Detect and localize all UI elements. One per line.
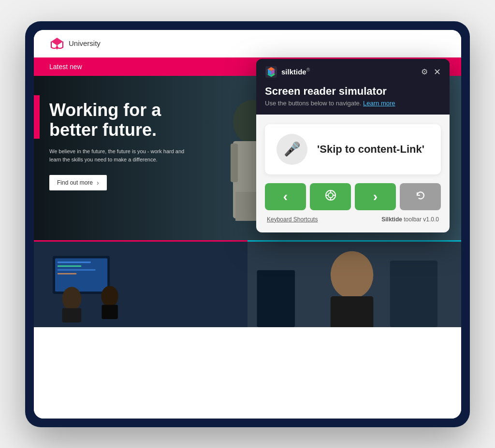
site-name-text: University bbox=[69, 39, 101, 47]
silktide-logo-icon bbox=[265, 66, 277, 78]
panel-title: Screen reader simulator bbox=[265, 85, 441, 98]
svg-point-25 bbox=[331, 251, 374, 298]
svg-rect-17 bbox=[62, 308, 81, 322]
svg-rect-20 bbox=[58, 261, 91, 263]
svg-point-37 bbox=[328, 193, 333, 198]
skip-content-text: 'Skip to content-Link' bbox=[317, 143, 424, 156]
strip-right-image bbox=[248, 240, 461, 327]
panel-brand: silktide® bbox=[265, 66, 310, 78]
toolbar-version-text: Silktide toolbar v1.0.0 bbox=[381, 216, 439, 223]
prev-button[interactable]: ‹ bbox=[265, 183, 306, 210]
hero-title-line2: better future. bbox=[49, 120, 214, 140]
panel-footer: Keyboard Shortcuts Silktide toolbar v1.0… bbox=[265, 216, 441, 223]
panel-controls: ⚙ ✕ bbox=[421, 67, 441, 77]
nav-buttons: ‹ bbox=[265, 183, 441, 210]
hero-title: Working for a better future. bbox=[49, 100, 214, 140]
next-arrow-icon: › bbox=[373, 190, 378, 203]
skip-display: 🎤 'Skip to content-Link' bbox=[265, 124, 441, 174]
prev-arrow-icon: ‹ bbox=[283, 190, 288, 203]
device-frame: University Latest new bbox=[25, 21, 470, 427]
microphone-icon: 🎤 bbox=[284, 141, 301, 157]
hero-title-line1: Working for a bbox=[49, 100, 214, 120]
svg-point-16 bbox=[62, 287, 81, 310]
panel-content: 🎤 'Skip to content-Link' ‹ bbox=[256, 115, 450, 232]
silktide-panel: silktide® ⚙ ✕ Screen reader simulator Us… bbox=[256, 59, 450, 232]
svg-rect-26 bbox=[331, 296, 374, 327]
target-icon bbox=[325, 189, 336, 204]
hero-btn-arrow: › bbox=[97, 179, 99, 187]
panel-title-area: Screen reader simulator Use the buttons … bbox=[256, 83, 450, 115]
settings-icon[interactable]: ⚙ bbox=[421, 67, 428, 76]
strip-left-svg bbox=[34, 242, 248, 327]
panel-subtitle: Use the buttons below to navigate. Learn… bbox=[265, 100, 441, 107]
image-strip bbox=[34, 240, 461, 327]
hero-subtitle: We believe in the future, the future is … bbox=[49, 147, 185, 163]
site-nav: University bbox=[34, 30, 461, 58]
svg-rect-28 bbox=[257, 270, 295, 327]
svg-rect-21 bbox=[58, 265, 81, 267]
close-icon[interactable]: ✕ bbox=[434, 67, 441, 77]
next-button[interactable]: › bbox=[355, 183, 396, 210]
university-logo-icon bbox=[49, 37, 65, 50]
svg-rect-22 bbox=[58, 269, 96, 271]
trademark: ® bbox=[306, 67, 310, 72]
find-out-more-button[interactable]: Find out more › bbox=[49, 175, 107, 190]
learn-more-link[interactable]: Learn more bbox=[363, 100, 395, 107]
refresh-button[interactable] bbox=[400, 183, 441, 210]
svg-rect-0 bbox=[56, 45, 58, 49]
svg-rect-23 bbox=[58, 273, 76, 274]
svg-rect-15 bbox=[55, 258, 107, 291]
refresh-icon bbox=[415, 190, 426, 203]
svg-rect-27 bbox=[390, 260, 437, 327]
keyboard-shortcuts-link[interactable]: Keyboard Shortcuts bbox=[267, 216, 318, 223]
silktide-wordmark-text: silktide® bbox=[281, 67, 310, 76]
panel-header: silktide® ⚙ ✕ bbox=[256, 59, 450, 83]
svg-rect-19 bbox=[102, 304, 117, 319]
mic-icon-wrap: 🎤 bbox=[277, 134, 307, 165]
strip-right-svg bbox=[248, 242, 461, 327]
panel-subtitle-text: Use the buttons below to navigate. bbox=[265, 100, 361, 107]
news-bar-text: Latest new bbox=[49, 63, 82, 71]
toolbar-brand: Silktide bbox=[381, 216, 402, 223]
hero-btn-label: Find out more bbox=[57, 179, 93, 186]
site-logo: University bbox=[49, 37, 101, 50]
strip-left-image bbox=[34, 240, 248, 327]
svg-point-18 bbox=[101, 286, 118, 306]
target-button[interactable] bbox=[310, 183, 351, 210]
toolbar-version-suffix: toolbar v1.0.0 bbox=[404, 216, 439, 223]
screen: University Latest new bbox=[34, 30, 461, 419]
